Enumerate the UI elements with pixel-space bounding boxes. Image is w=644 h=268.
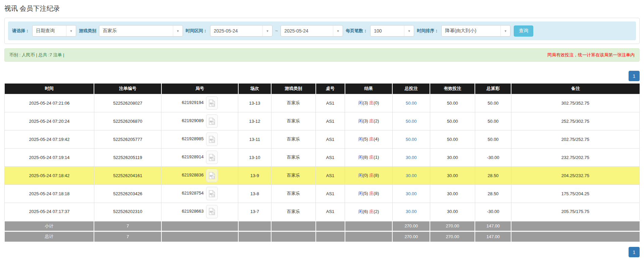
time-cell: 2025-05-24 07:18:18 — [5, 184, 94, 203]
table-row: 2025-05-24 07:18:18522526203426621928754… — [5, 184, 640, 203]
round-number: 621929089 — [182, 118, 204, 123]
result-banker-count: (0) — [374, 100, 379, 105]
column-header: 总派彩 — [475, 84, 511, 94]
date-to-select[interactable]: 2025-05-24 ▾ — [281, 25, 343, 37]
game-type-cell: 百家乐 — [271, 184, 315, 203]
total-bet-link[interactable]: 30.00 — [406, 209, 417, 214]
video-replay-button[interactable] — [206, 132, 218, 146]
bet-id-cell: 522526205119 — [94, 148, 161, 166]
chevron-down-icon[interactable]: ▾ — [333, 25, 343, 36]
round-number: 621928836 — [182, 172, 204, 177]
sort-order-select[interactable]: 降幂(由大到小) ▾ — [441, 25, 510, 37]
footer-payout-cell: 147.00 — [475, 231, 511, 242]
remark-cell: 202.75/252.75 — [511, 130, 639, 148]
valid-bet-cell: 30.00 — [430, 166, 475, 184]
page-size-select[interactable]: 100 ▾ — [370, 25, 414, 37]
date-from-value: 2025-05-24 — [210, 25, 262, 36]
bet-id-cell: 522526203426 — [94, 184, 161, 203]
footer-valid-bet-cell: 270.00 — [430, 221, 475, 231]
pagination-top: 1 — [4, 71, 640, 81]
game-type-select[interactable]: 百家乐 ▾ — [99, 25, 183, 37]
game-type-cell: 百家乐 — [271, 94, 315, 112]
chevron-down-icon[interactable]: ▾ — [173, 25, 183, 36]
footer-total-bet-cell: 270.00 — [392, 221, 430, 231]
game-type-cell: 百家乐 — [271, 112, 315, 130]
footer-total-bet-cell: 270.00 — [392, 231, 430, 242]
video-replay-button[interactable] — [206, 169, 218, 182]
remark-cell: 252.75/302.75 — [511, 112, 639, 130]
bet-id-cell: 522526206870 — [94, 112, 161, 130]
result-player: 闲 — [358, 155, 363, 160]
table-row: 2025-05-24 07:18:42522526204161621928836… — [5, 166, 640, 184]
total-bet-link[interactable]: 30.00 — [406, 191, 417, 196]
table-number-cell: AS1 — [316, 112, 345, 130]
result-player-count: (3) — [363, 118, 368, 123]
result-player: 闲 — [358, 100, 363, 105]
date-from-select[interactable]: 2025-05-24 ▾ — [210, 25, 273, 37]
column-header: 场次 — [238, 84, 271, 94]
page-number-button[interactable]: 1 — [629, 247, 640, 257]
footer-label-cell: 小计 — [5, 221, 94, 231]
result-player-count: (0) — [363, 173, 368, 178]
date-range-separator: ~ — [275, 28, 278, 34]
video-replay-icon — [209, 190, 215, 198]
chevron-down-icon[interactable]: ▾ — [66, 25, 76, 36]
total-bet-cell: 30.00 — [392, 184, 430, 203]
session-cell: 13-11 — [238, 130, 271, 148]
total-bet-link[interactable]: 30.00 — [406, 173, 417, 178]
game-type-label: 游戏类别 — [79, 28, 96, 34]
video-replay-button[interactable] — [206, 114, 218, 128]
result-banker: 庄 — [369, 118, 374, 123]
session-cell: 13-13 — [238, 94, 271, 112]
video-replay-button[interactable] — [206, 205, 218, 218]
query-type-select[interactable]: 日期查询 ▾ — [32, 25, 76, 37]
bet-id-cell: 522526202310 — [94, 203, 161, 221]
search-button[interactable]: 查询 — [514, 25, 533, 37]
session-cell: 13-8 — [238, 184, 271, 203]
table-row: 2025-05-24 07:19:14522526205119621928914… — [5, 148, 640, 166]
pagination-bottom: 1 — [4, 247, 640, 257]
time-cell: 2025-05-24 07:21:06 — [5, 94, 94, 112]
video-replay-button[interactable] — [206, 187, 218, 200]
total-bet-link[interactable]: 50.00 — [406, 101, 417, 106]
footer-empty-cell — [161, 231, 238, 242]
chevron-down-icon[interactable]: ▾ — [500, 25, 510, 36]
column-header: 时间 — [5, 84, 94, 94]
chevron-down-icon[interactable]: ▾ — [262, 25, 272, 36]
total-bet-link[interactable]: 30.00 — [406, 155, 417, 160]
video-replay-button[interactable] — [206, 151, 218, 164]
bet-id-cell: 522526204161 — [94, 166, 161, 184]
table-row: 2025-05-24 07:19:42522526205777621928985… — [5, 130, 640, 148]
video-replay-icon — [209, 172, 215, 179]
sort-order-label: 时间排序： — [417, 28, 439, 34]
round-number: 621928914 — [182, 154, 204, 159]
bet-id-cell: 522526208027 — [94, 94, 161, 112]
column-header: 桌号 — [316, 84, 345, 94]
video-replay-button[interactable] — [206, 96, 218, 110]
chevron-down-icon[interactable]: ▾ — [404, 25, 414, 36]
remark-cell: 302.75/352.75 — [511, 94, 639, 112]
footer-empty-cell — [316, 221, 345, 231]
remark-cell: 175.75/204.25 — [511, 184, 639, 203]
result-player: 闲 — [358, 118, 363, 123]
query-type-value: 日期查询 — [33, 25, 66, 36]
payout-cell: -30.00 — [475, 203, 511, 221]
filter-panel: 请选择： 日期查询 ▾ 游戏类别 百家乐 ▾ 时间区间： 2025-05-24 … — [4, 18, 640, 44]
total-bet-link[interactable]: 50.00 — [406, 137, 417, 142]
valid-bet-notice: 同局有效投注，统一计算在该局第一张注单内 — [547, 52, 635, 58]
page-number-button[interactable]: 1 — [629, 71, 640, 81]
footer-valid-bet-cell: 270.00 — [430, 231, 475, 242]
video-replay-icon — [209, 136, 215, 143]
round-cell: 621928985 — [161, 130, 238, 148]
round-cell: 621929194 — [161, 94, 238, 112]
result-cell: 闲(5) 庄(4) — [345, 130, 393, 148]
round-number: 621929194 — [182, 100, 204, 105]
valid-bet-cell: 30.00 — [430, 203, 475, 221]
total-bet-link[interactable]: 50.00 — [406, 119, 417, 124]
result-banker: 庄 — [369, 100, 374, 105]
result-cell: 闲(3) 庄(0) — [345, 94, 393, 112]
column-header: 注单编号 — [94, 84, 161, 94]
result-banker-count: (4) — [374, 137, 379, 142]
result-banker: 庄 — [369, 209, 374, 214]
result-player-count: (6) — [363, 209, 368, 214]
